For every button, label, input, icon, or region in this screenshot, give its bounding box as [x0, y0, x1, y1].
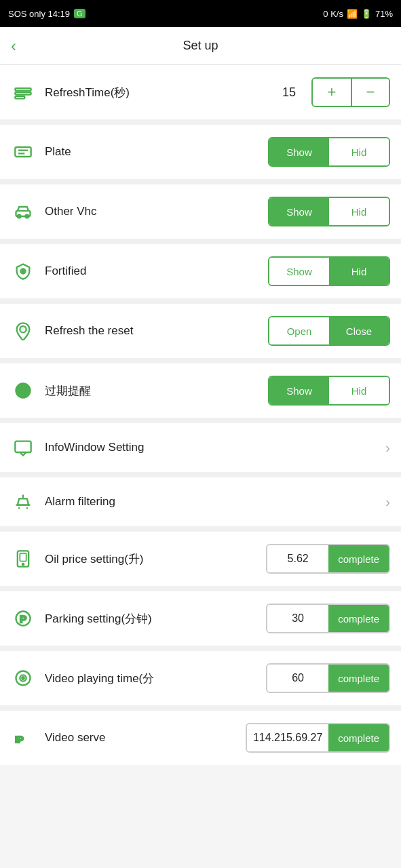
expire-remind-row: i 过期提醒 Show Hid — [0, 363, 401, 423]
fortified-show-button[interactable]: Show — [269, 258, 329, 285]
oil-price-input-complete: complete — [266, 544, 390, 574]
expire-remind-show-button[interactable]: Show — [269, 377, 329, 404]
header: ‹ Set up — [0, 27, 401, 65]
oil-price-row: Oil price setting(升) complete — [0, 532, 401, 591]
refresh-time-row: RefreshTime(秒) 15 + − — [0, 65, 401, 125]
other-vhc-hid-button[interactable]: Hid — [329, 198, 389, 225]
svg-rect-3 — [15, 147, 31, 157]
alarm-filtering-row[interactable]: Alarm filtering › — [0, 477, 401, 532]
other-vhc-toggle: Show Hid — [268, 197, 390, 226]
stepper-plus-button[interactable]: + — [313, 79, 351, 106]
refresh-reset-toggle: Open Close — [268, 316, 390, 346]
speed-label: 0 K/s — [323, 9, 343, 19]
back-button[interactable]: ‹ — [11, 35, 22, 57]
other-vhc-label: Other Vhc — [45, 205, 268, 218]
video-icon — [11, 666, 35, 690]
refresh-time-label: RefreshTime(秒) — [45, 85, 279, 100]
plate-row: Plate Show Hid — [0, 125, 401, 184]
location-icon — [11, 319, 35, 343]
oil-price-complete-button[interactable]: complete — [328, 545, 389, 572]
svg-point-7 — [18, 215, 21, 218]
fortified-row: Fortified Show Hid — [0, 244, 401, 304]
svg-text:P: P — [20, 613, 26, 625]
alarm-icon — [11, 490, 35, 514]
parking-input-complete: complete — [266, 604, 390, 633]
stepper-buttons: + − — [311, 77, 390, 107]
content: RefreshTime(秒) 15 + − Plate Show Hid Oth… — [0, 65, 401, 765]
refresh-reset-row: Refresh the reset Open Close — [0, 304, 401, 363]
parking-icon: P — [11, 606, 35, 631]
expire-remind-hid-button[interactable]: Hid — [329, 377, 389, 404]
expire-remind-toggle: Show Hid — [268, 376, 390, 406]
battery-label: 71% — [375, 9, 393, 19]
video-playing-row: Video playing time(分 complete — [0, 651, 401, 711]
network-icon: G — [74, 9, 85, 18]
oil-price-label: Oil price setting(升) — [45, 551, 266, 567]
chat-icon — [11, 435, 35, 460]
video-playing-control: complete — [266, 663, 390, 693]
video-server-complete-button[interactable]: complete — [328, 724, 389, 751]
svg-point-11 — [20, 326, 26, 332]
refresh-reset-control: Open Close — [268, 316, 390, 346]
shield-icon — [11, 259, 35, 283]
fortified-control: Show Hid — [268, 256, 390, 286]
status-bar: SOS only 14:19 G 0 K/s 📶 🔋 71% — [0, 0, 401, 27]
infowindow-label: InfoWindow Setting — [45, 441, 385, 454]
sos-label: SOS only 14:19 — [8, 9, 70, 19]
svg-rect-20 — [20, 553, 26, 561]
svg-point-21 — [22, 564, 24, 565]
refresh-reset-open-button[interactable]: Open — [269, 317, 329, 344]
svg-rect-1 — [15, 92, 31, 95]
fortified-hid-button[interactable]: Hid — [329, 258, 389, 285]
stepper-minus-button[interactable]: − — [351, 79, 389, 106]
expire-remind-label: 过期提醒 — [45, 383, 268, 399]
infowindow-chevron-icon: › — [385, 440, 390, 456]
battery-icon: 🔋 — [361, 9, 372, 19]
parking-setting-label: Parking setting(分钟) — [45, 611, 266, 627]
alarm-filtering-label: Alarm filtering — [45, 495, 385, 509]
parking-input[interactable] — [267, 605, 328, 632]
refresh-reset-label: Refresh the reset — [45, 324, 268, 338]
plate-show-button[interactable]: Show — [269, 138, 329, 165]
svg-text:IP: IP — [15, 734, 24, 745]
info-icon: i — [11, 378, 35, 403]
refresh-time-value: 15 — [279, 85, 299, 100]
refresh-time-control: 15 + − — [279, 77, 390, 107]
fortified-toggle: Show Hid — [268, 256, 390, 286]
svg-point-8 — [26, 215, 29, 218]
alarm-filtering-chevron-icon: › — [385, 494, 390, 510]
video-playing-input[interactable] — [267, 665, 328, 692]
video-playing-label: Video playing time(分 — [45, 671, 266, 686]
status-left: SOS only 14:19 G — [8, 9, 85, 19]
plate-toggle: Show Hid — [268, 137, 390, 167]
svg-rect-14 — [15, 441, 31, 452]
parking-complete-button[interactable]: complete — [328, 605, 389, 632]
refresh-reset-close-button[interactable]: Close — [329, 317, 389, 344]
plate-icon — [11, 140, 35, 164]
other-vhc-control: Show Hid — [268, 197, 390, 226]
phone-icon — [11, 547, 35, 571]
video-playing-complete-button[interactable]: complete — [328, 665, 389, 692]
fortified-label: Fortified — [45, 264, 268, 278]
infowindow-row[interactable]: InfoWindow Setting › — [0, 423, 401, 477]
clock-icon — [11, 80, 35, 104]
ip-icon: IP — [11, 726, 35, 750]
video-server-input-complete: complete — [246, 723, 390, 753]
oil-price-control: complete — [266, 544, 390, 574]
video-server-input[interactable] — [247, 724, 328, 751]
video-server-label: Video serve — [45, 731, 246, 745]
svg-point-10 — [22, 271, 24, 272]
page-title: Set up — [183, 39, 218, 53]
video-playing-input-complete: complete — [266, 663, 390, 693]
wifi-icon: 📶 — [347, 9, 358, 19]
plate-control: Show Hid — [268, 137, 390, 167]
expire-remind-control: Show Hid — [268, 376, 390, 406]
video-server-row: IP Video serve complete — [0, 711, 401, 765]
plate-hid-button[interactable]: Hid — [329, 138, 389, 165]
video-server-control: complete — [246, 723, 390, 753]
status-right: 0 K/s 📶 🔋 71% — [323, 9, 393, 19]
svg-rect-2 — [15, 96, 24, 99]
other-vhc-show-button[interactable]: Show — [269, 198, 329, 225]
oil-price-input[interactable] — [267, 545, 328, 572]
other-vhc-row: Other Vhc Show Hid — [0, 184, 401, 244]
